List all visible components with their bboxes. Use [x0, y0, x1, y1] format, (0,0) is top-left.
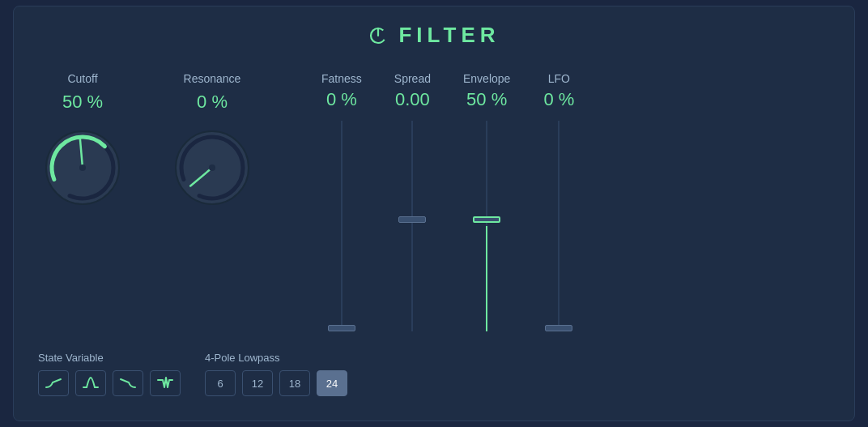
- main-content: Cutoff 50 %: [38, 72, 830, 331]
- lowpass-shape-button[interactable]: [38, 370, 69, 396]
- lfo-slider[interactable]: [542, 121, 575, 331]
- highpass-shape-button[interactable]: [113, 370, 143, 396]
- pole-section: 4-Pole Lowpass 6 12 18 24: [205, 352, 347, 396]
- pole-6-button[interactable]: 6: [205, 370, 236, 396]
- spread-thumb[interactable]: [398, 216, 426, 223]
- page-title: FILTER: [398, 23, 500, 48]
- notch-shape-button[interactable]: [150, 370, 181, 396]
- pole-buttons: 6 12 18 24: [205, 370, 347, 396]
- filter-type-label: State Variable: [38, 352, 181, 364]
- lfo-track: [558, 121, 560, 331]
- envelope-track-active: [486, 226, 487, 331]
- fatness-label: Fatness: [321, 72, 362, 85]
- lfo-thumb[interactable]: [545, 325, 572, 331]
- fatness-slider-group: Fatness 0 %: [321, 72, 362, 331]
- pole-filter-label: 4-Pole Lowpass: [205, 352, 347, 364]
- lfo-slider-group: LFO 0 %: [542, 72, 575, 331]
- pole-24-button[interactable]: 24: [317, 370, 347, 396]
- envelope-value: 50 %: [466, 89, 507, 110]
- cutoff-knob[interactable]: [38, 123, 127, 212]
- pole-12-button[interactable]: 12: [242, 370, 273, 396]
- fatness-track: [341, 121, 343, 331]
- filter-type-section: State Variable: [38, 352, 181, 396]
- resonance-knob-group: Resonance 0 %: [168, 72, 257, 212]
- power-icon[interactable]: [368, 25, 389, 46]
- cutoff-knob-group: Cutoff 50 %: [38, 72, 127, 212]
- resonance-value: 0 %: [197, 92, 228, 113]
- lfo-label: LFO: [548, 72, 570, 85]
- spread-value: 0.00: [395, 89, 430, 110]
- sliders-section: Fatness 0 % Spread 0.00 Envelope 50: [321, 72, 830, 331]
- cutoff-value: 50 %: [62, 92, 103, 113]
- lfo-value: 0 %: [543, 89, 574, 110]
- spread-track: [411, 121, 413, 331]
- fatness-value: 0 %: [326, 89, 357, 110]
- spread-slider[interactable]: [396, 121, 428, 331]
- bandpass-shape-button[interactable]: [75, 370, 106, 396]
- envelope-slider[interactable]: [470, 121, 503, 331]
- bottom-section: State Variable: [38, 352, 830, 396]
- envelope-thumb[interactable]: [473, 216, 500, 223]
- plugin-container: FILTER Cutoff 50 %: [13, 6, 855, 421]
- pole-18-button[interactable]: 18: [279, 370, 310, 396]
- header-title: FILTER: [38, 23, 830, 48]
- envelope-label: Envelope: [463, 72, 510, 85]
- svg-point-6: [79, 164, 86, 171]
- resonance-label: Resonance: [184, 72, 241, 85]
- fatness-slider[interactable]: [326, 121, 358, 331]
- header: FILTER: [38, 23, 830, 48]
- envelope-slider-group: Envelope 50 %: [463, 72, 510, 331]
- spread-slider-group: Spread 0.00: [394, 72, 431, 331]
- svg-point-10: [209, 164, 215, 171]
- resonance-knob[interactable]: [168, 123, 257, 212]
- spread-label: Spread: [394, 72, 431, 85]
- shape-buttons: [38, 370, 181, 396]
- cutoff-label: Cutoff: [67, 72, 97, 85]
- knobs-section: Cutoff 50 %: [38, 72, 257, 212]
- fatness-thumb[interactable]: [328, 325, 355, 331]
